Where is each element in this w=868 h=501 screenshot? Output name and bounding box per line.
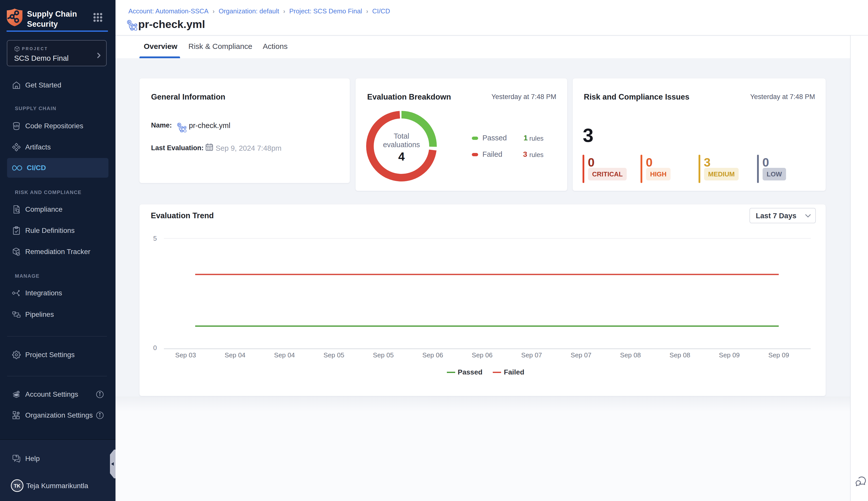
svg-text:5: 5 (153, 235, 157, 242)
svg-text:0: 0 (153, 344, 157, 352)
